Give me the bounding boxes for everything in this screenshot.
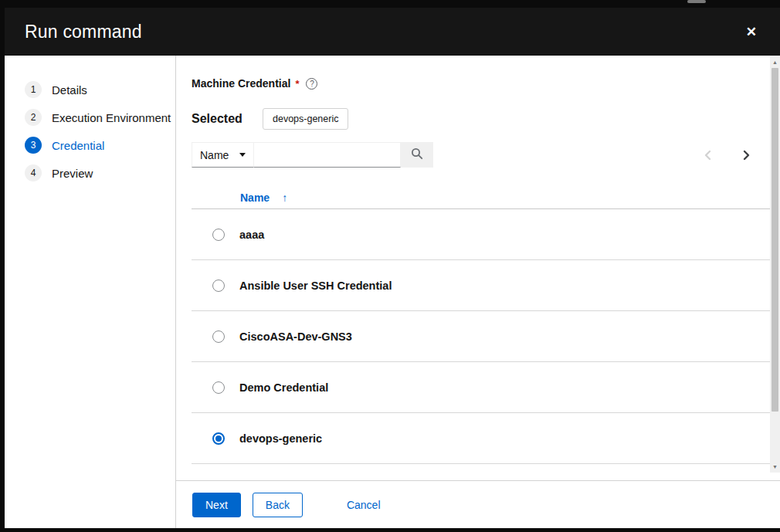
scroll-up-icon[interactable]: ▲ (770, 56, 780, 68)
sidebar-item-details[interactable]: 1 Details (5, 76, 175, 103)
table-header-row: Name ↑ (192, 186, 770, 209)
table-row[interactable]: Ansible User SSH Credential (192, 260, 770, 311)
table-row[interactable]: CiscoASA-Dev-GNS3 (192, 311, 770, 362)
sidebar-item-credential[interactable]: 3 Credential (5, 131, 175, 159)
credential-name: aaaa (239, 229, 264, 241)
radio-button[interactable] (212, 381, 225, 394)
radio-button[interactable] (212, 229, 225, 241)
background-scroll-indicator (687, 0, 706, 3)
sort-ascending-icon[interactable]: ↑ (282, 191, 287, 204)
step-label: Execution Environment (52, 111, 171, 124)
credential-name: devops-generic (239, 432, 322, 445)
machine-credential-field-header: Machine Credential * ? (192, 77, 770, 90)
back-button[interactable]: Back (253, 493, 303, 517)
field-label: Machine Credential (192, 77, 290, 90)
required-asterisk: * (295, 78, 299, 90)
sidebar-item-preview[interactable]: 4 Preview (5, 159, 175, 187)
step-number-badge: 4 (25, 164, 42, 181)
sidebar-item-execution-environment[interactable]: 2 Execution Environment (5, 103, 175, 131)
step-number-badge: 1 (25, 81, 42, 98)
scrollable-form-area: Machine Credential * ? Selected devops-g… (176, 56, 780, 480)
radio-button[interactable] (212, 432, 225, 445)
wizard-footer: Next Back Cancel (176, 480, 780, 528)
run-command-modal: Run command ✕ 1 Details 2 Execution Envi… (5, 8, 780, 528)
filter-key-select[interactable]: Name (192, 142, 254, 168)
table-row[interactable]: aaaa (192, 209, 770, 260)
search-toolbar: Name (192, 142, 770, 168)
step-label: Details (52, 83, 87, 97)
step-label: Credential (52, 139, 104, 152)
table-row[interactable]: Demo Credential (192, 362, 770, 413)
chevron-down-icon (239, 153, 246, 157)
search-input[interactable] (254, 142, 401, 168)
selected-credential-chip: devops-generic (263, 108, 348, 130)
help-icon[interactable]: ? (306, 78, 317, 90)
previous-page-icon[interactable] (697, 145, 717, 165)
vertical-scrollbar[interactable]: ▲ ▼ (770, 56, 780, 473)
step-number-badge: 3 (25, 137, 42, 154)
next-page-icon[interactable] (736, 145, 756, 165)
credential-name: Ansible User SSH Credential (239, 280, 392, 292)
table-rows: aaaa Ansible User SSH Credential CiscoAS… (192, 209, 770, 464)
step-label: Preview (52, 167, 93, 180)
modal-title: Run command (25, 22, 142, 42)
radio-button[interactable] (212, 330, 225, 343)
modal-body: 1 Details 2 Execution Environment 3 Cred… (5, 56, 780, 528)
scroll-down-icon[interactable]: ▼ (770, 460, 780, 473)
next-button[interactable]: Next (192, 493, 241, 517)
step-number-badge: 2 (25, 109, 42, 126)
cancel-button[interactable]: Cancel (347, 493, 381, 517)
table-row[interactable]: devops-generic (192, 413, 770, 464)
modal-header: Run command ✕ (5, 8, 780, 56)
radio-button[interactable] (212, 280, 225, 292)
credentials-table: Name ↑ aaaa Ansible User SSH Credent (192, 186, 770, 464)
selected-label: Selected (192, 112, 263, 126)
close-icon[interactable]: ✕ (743, 22, 760, 42)
selected-credentials-row: Selected devops-generic (192, 108, 770, 130)
credential-step-content: Machine Credential * ? Selected devops-g… (176, 56, 780, 528)
search-button[interactable] (401, 142, 433, 168)
pagination-controls (697, 145, 770, 165)
page-backdrop: Run command ✕ 1 Details 2 Execution Envi… (0, 0, 780, 532)
filter-key-value: Name (200, 149, 229, 161)
credential-name: Demo Credential (239, 381, 328, 394)
name-column-header[interactable]: Name (240, 191, 270, 204)
wizard-steps-sidebar: 1 Details 2 Execution Environment 3 Cred… (5, 56, 176, 528)
search-icon (411, 147, 423, 162)
scrollbar-thumb[interactable] (772, 68, 778, 412)
credential-name: CiscoASA-Dev-GNS3 (239, 330, 352, 343)
